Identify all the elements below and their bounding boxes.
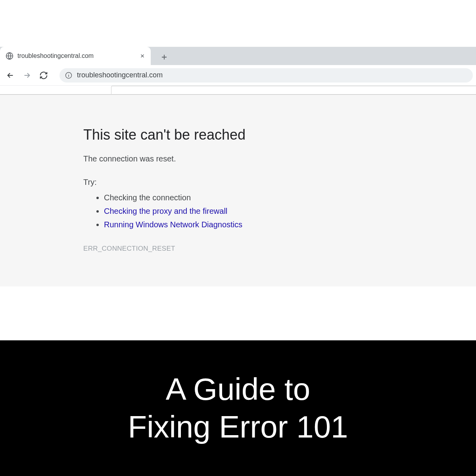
new-tab-button[interactable] [156, 49, 172, 65]
mid-spacer [0, 286, 476, 340]
suggestion-item: Checking the connection [104, 191, 476, 204]
browser-tab[interactable]: troubleshootingcentral.com [0, 47, 151, 65]
arrow-left-icon [6, 71, 15, 80]
top-spacer [0, 0, 476, 47]
error-page: This site can't be reached The connectio… [0, 94, 476, 286]
suggestion-item: Checking the proxy and the firewall [104, 204, 476, 218]
banner-line-1: A Guide to [166, 370, 310, 408]
title-banner: A Guide to Fixing Error 101 [0, 340, 476, 476]
banner-line-2: Fixing Error 101 [128, 408, 348, 446]
suggestion-link-diagnostics[interactable]: Running Windows Network Diagnostics [104, 220, 242, 229]
reload-icon [39, 71, 48, 80]
reload-button[interactable] [36, 68, 51, 83]
tab-strip: troubleshootingcentral.com [0, 47, 476, 65]
tab-title: troubleshootingcentral.com [17, 52, 136, 60]
browser-toolbar: troubleshootingcentral.com [0, 65, 476, 86]
globe-icon [6, 52, 13, 60]
forward-button[interactable] [20, 68, 34, 83]
info-icon[interactable] [65, 72, 72, 79]
try-label: Try: [83, 178, 476, 187]
suggestion-list: Checking the connection Checking the pro… [83, 191, 476, 231]
suggestion-item: Running Windows Network Diagnostics [104, 218, 476, 231]
plus-icon [161, 54, 168, 61]
suggestion-text: Checking the connection [104, 193, 191, 202]
error-title: This site can't be reached [83, 127, 476, 143]
sub-divider [0, 86, 476, 94]
arrow-right-icon [23, 71, 31, 80]
back-button[interactable] [3, 68, 17, 83]
url-text: troubleshootingcentral.com [77, 71, 163, 79]
error-subtitle: The connection was reset. [83, 154, 476, 163]
error-code: ERR_CONNECTION_RESET [83, 245, 476, 253]
close-icon[interactable] [140, 53, 145, 59]
address-bar[interactable]: troubleshootingcentral.com [60, 68, 473, 83]
suggestion-link-proxy[interactable]: Checking the proxy and the firewall [104, 207, 227, 215]
